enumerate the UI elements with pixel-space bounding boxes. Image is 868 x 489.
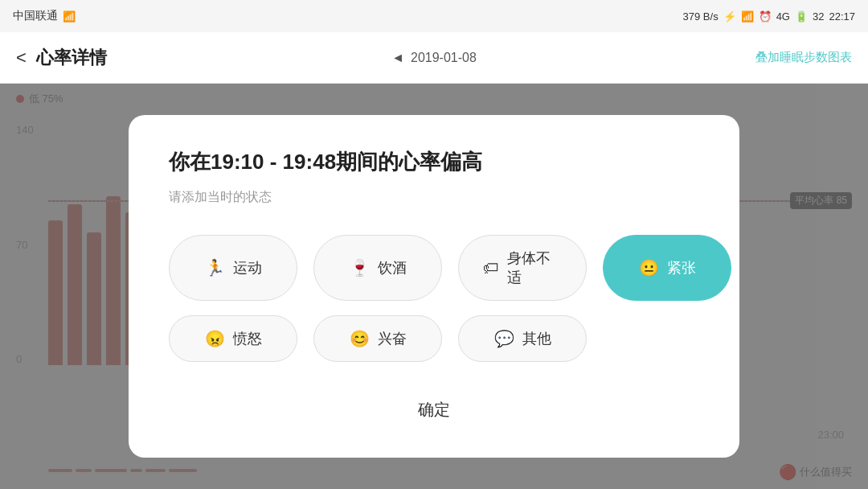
battery-icon: 🔋 <box>795 10 808 23</box>
time-display: 22:17 <box>829 10 855 23</box>
dialog: 你在19:10 - 19:48期间的心率偏高 请添加当时的状态 🏃 运动 🍷 饮… <box>129 115 739 458</box>
back-button[interactable]: < <box>16 47 27 68</box>
page-title: 心率详情 <box>36 46 107 70</box>
exercise-icon: 🏃 <box>205 258 225 277</box>
ill-icon: 🏷 <box>483 259 499 277</box>
dialog-confirm-area: 确定 <box>169 391 699 429</box>
option-other[interactable]: 💬 其他 <box>458 315 587 362</box>
angry-label: 愤怒 <box>233 329 262 348</box>
options-row-2: 😠 愤怒 😊 兴奋 💬 其他 <box>169 315 699 362</box>
other-icon: 💬 <box>494 329 514 348</box>
date-label: 2019-01-08 <box>411 51 477 65</box>
bluetooth-icon: ⚡ <box>723 10 736 23</box>
excited-icon: 😊 <box>350 329 370 348</box>
option-tense[interactable]: 😐 紧张 <box>603 235 731 301</box>
date-prev-button[interactable]: ◄ <box>391 51 404 65</box>
status-left: 中国联通 📶 <box>13 9 76 23</box>
option-excited[interactable]: 😊 兴奋 <box>313 315 442 362</box>
status-bar: 中国联通 📶 379 B/s ⚡ 📶 ⏰ 4G 🔋 32 22:17 <box>0 0 868 32</box>
excited-label: 兴奋 <box>378 329 407 348</box>
network-speed: 379 B/s <box>683 10 719 23</box>
main-content: 低 75% 140 70 0 平均心率 85 23:00 <box>0 84 868 489</box>
battery-level: 32 <box>813 10 824 23</box>
carrier-label: 中国联通 <box>13 9 58 23</box>
option-drink[interactable]: 🍷 饮酒 <box>313 235 442 301</box>
confirm-button[interactable]: 确定 <box>386 391 482 429</box>
overlay-link[interactable]: 叠加睡眠步数图表 <box>755 50 852 65</box>
other-label: 其他 <box>522 329 551 348</box>
dialog-overlay: 你在19:10 - 19:48期间的心率偏高 请添加当时的状态 🏃 运动 🍷 饮… <box>0 84 868 489</box>
angry-icon: 😠 <box>205 329 225 348</box>
option-ill[interactable]: 🏷 身体不适 <box>458 235 587 301</box>
dialog-title: 你在19:10 - 19:48期间的心率偏高 <box>169 147 699 176</box>
dialog-subtitle: 请添加当时的状态 <box>169 189 699 206</box>
drink-label: 饮酒 <box>378 258 407 277</box>
option-angry[interactable]: 😠 愤怒 <box>169 315 297 362</box>
dialog-options: 🏃 运动 🍷 饮酒 🏷 身体不适 😐 紧张 <box>169 235 699 362</box>
options-row-1: 🏃 运动 🍷 饮酒 🏷 身体不适 😐 紧张 <box>169 235 699 301</box>
signal-icon: 📶 <box>741 10 754 23</box>
ill-label: 身体不适 <box>507 249 562 287</box>
tense-label: 紧张 <box>667 258 696 277</box>
status-right: 379 B/s ⚡ 📶 ⏰ 4G 🔋 32 22:17 <box>683 10 855 23</box>
alarm-icon: ⏰ <box>759 10 772 23</box>
date-area: ◄ 2019-01-08 <box>391 51 477 65</box>
header: < 心率详情 ◄ 2019-01-08 叠加睡眠步数图表 <box>0 32 868 84</box>
option-exercise[interactable]: 🏃 运动 <box>169 235 297 301</box>
drink-icon: 🍷 <box>350 258 370 277</box>
carrier-icon: 📶 <box>63 10 76 23</box>
tense-icon: 😐 <box>639 258 659 277</box>
lte-icon: 4G <box>776 10 790 23</box>
exercise-label: 运动 <box>233 258 262 277</box>
